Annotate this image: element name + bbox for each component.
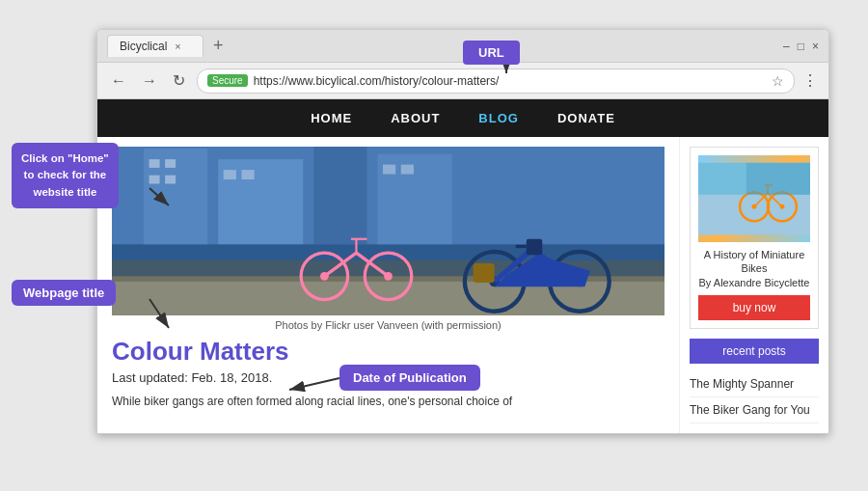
date-pub-text: Date of Publication xyxy=(353,370,467,385)
url-annotation-bubble: URL xyxy=(463,41,520,65)
book-cover-svg xyxy=(698,155,810,242)
browser-menu-btn[interactable]: ⋮ xyxy=(802,71,819,90)
url-bar[interactable]: Secure https://www.bicylical.com/history… xyxy=(197,68,795,94)
nav-home[interactable]: HOME xyxy=(311,111,352,125)
maximize-btn[interactable]: □ xyxy=(798,40,804,53)
article-body: While biker gangs are often formed along… xyxy=(112,393,665,410)
svg-rect-18 xyxy=(401,165,414,175)
recent-post-1[interactable]: The Mighty Spanner xyxy=(690,371,819,397)
webpage-title-bubble: Webpage title xyxy=(12,280,116,306)
svg-rect-9 xyxy=(313,147,366,244)
window-controls: – □ × xyxy=(783,40,819,53)
sidebar: A History of Miniature Bikes By Alexandr… xyxy=(679,137,828,433)
svg-rect-15 xyxy=(224,170,236,179)
svg-rect-13 xyxy=(149,176,160,184)
svg-rect-17 xyxy=(383,165,395,175)
nav-about[interactable]: ABOUT xyxy=(391,111,440,125)
date-pub-bubble: Date of Publication xyxy=(339,365,480,391)
article-title: Colour Matters xyxy=(112,337,665,367)
minimize-btn[interactable]: – xyxy=(783,40,790,53)
svg-rect-16 xyxy=(241,170,254,179)
svg-rect-11 xyxy=(149,159,160,168)
back-btn[interactable]: ← xyxy=(107,70,130,92)
book-card: A History of Miniature Bikes By Alexandr… xyxy=(690,147,819,329)
nav-donate[interactable]: DONATE xyxy=(557,111,615,125)
browser-controls: ← → ↻ Secure https://www.bicylical.com/h… xyxy=(97,63,828,99)
forward-btn[interactable]: → xyxy=(138,70,161,92)
svg-rect-47 xyxy=(746,163,810,195)
site-nav: HOME ABOUT BLOG DONATE xyxy=(97,99,828,137)
photo-credit: Photos by Flickr user Vanveen (with perm… xyxy=(112,319,665,331)
tab-close-btn[interactable]: × xyxy=(175,41,180,52)
svg-rect-14 xyxy=(165,176,176,184)
svg-rect-46 xyxy=(698,163,746,195)
webpage-title-text: Webpage title xyxy=(23,286,104,300)
home-callout-text: Click on "Home" to check for the website… xyxy=(21,152,109,198)
new-tab-btn[interactable]: + xyxy=(209,36,228,56)
nav-blog[interactable]: BLOG xyxy=(478,111,519,125)
svg-rect-33 xyxy=(527,239,543,256)
refresh-btn[interactable]: ↻ xyxy=(169,69,189,92)
hero-svg xyxy=(112,147,665,315)
home-callout-bubble: Click on "Home" to check for the website… xyxy=(12,143,119,208)
buy-now-btn[interactable]: buy now xyxy=(698,295,810,320)
book-cover-image xyxy=(698,155,810,242)
url-annotation-text: URL xyxy=(478,45,504,60)
bookmark-btn[interactable]: ☆ xyxy=(772,73,784,89)
secure-badge: Secure xyxy=(207,74,248,87)
book-title: A History of Miniature Bikes By Alexandr… xyxy=(698,248,810,289)
hero-image xyxy=(112,147,665,315)
svg-rect-12 xyxy=(165,159,176,168)
url-text: https://www.bicylical.com/history/colour… xyxy=(254,74,766,88)
tab-title: Bicyclical xyxy=(120,40,167,53)
svg-rect-35 xyxy=(474,263,495,283)
browser-tab[interactable]: Bicyclical × xyxy=(107,35,203,57)
recent-posts-btn[interactable]: recent posts xyxy=(690,339,819,364)
close-btn[interactable]: × xyxy=(812,40,819,53)
recent-post-2[interactable]: The Biker Gang for You xyxy=(690,397,819,423)
